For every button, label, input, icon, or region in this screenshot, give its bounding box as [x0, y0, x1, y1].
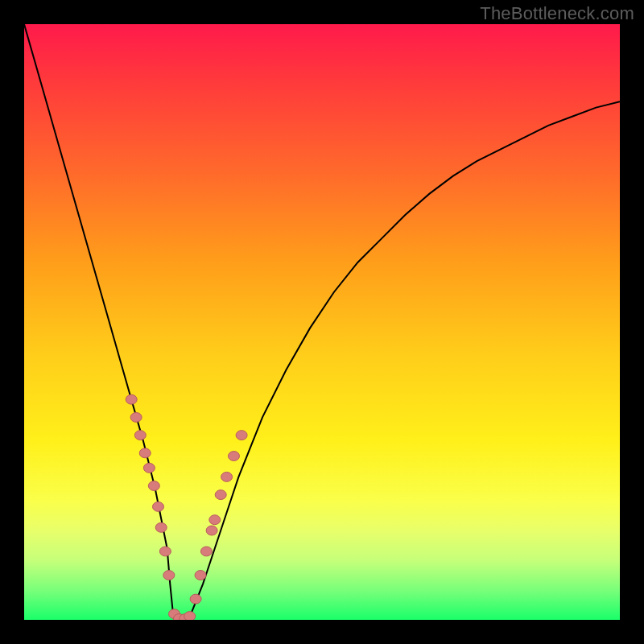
- data-marker: [236, 431, 247, 440]
- data-marker: [200, 547, 212, 556]
- data-marker: [215, 490, 226, 500]
- data-marker: [143, 463, 155, 473]
- data-marker: [153, 502, 164, 511]
- watermark-text: TheBottleneck.com: [480, 3, 634, 24]
- data-marker: [228, 452, 239, 461]
- data-marker: [221, 472, 233, 481]
- data-marker: [155, 522, 167, 532]
- curve-layer: [24, 24, 620, 620]
- data-marker: [206, 526, 217, 535]
- data-marker: [184, 612, 196, 620]
- data-marker: [159, 547, 171, 556]
- data-marker: [134, 431, 146, 440]
- data-marker: [126, 394, 137, 404]
- data-marker: [163, 571, 175, 580]
- plot-area: [24, 24, 620, 620]
- chart-svg: [24, 24, 620, 620]
- data-marker: [148, 481, 159, 491]
- bottleneck-curve: [24, 24, 620, 620]
- data-marker: [130, 412, 142, 422]
- data-marker: [139, 448, 151, 458]
- data-marker: [209, 515, 221, 525]
- data-marker: [195, 571, 206, 580]
- chart-frame: TheBottleneck.com: [0, 0, 644, 644]
- data-marker: [190, 594, 201, 604]
